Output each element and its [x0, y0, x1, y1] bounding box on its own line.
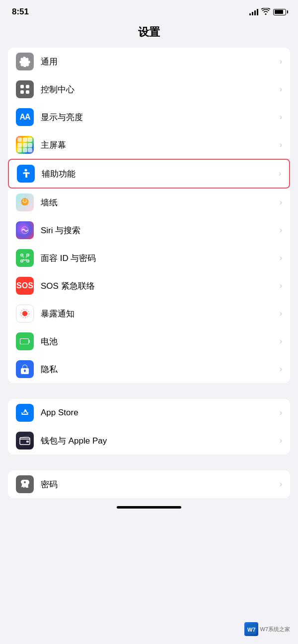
face-id-icon: [16, 249, 34, 267]
watermark-text: W7系统之家: [260, 626, 291, 633]
siri-label: Siri 与搜索: [41, 225, 280, 236]
battery-label: 电池: [41, 336, 280, 347]
settings-row-sos[interactable]: SOS SOS 紧急联络 ›: [8, 272, 290, 300]
chevron-icon: ›: [280, 57, 282, 66]
settings-row-home-screen[interactable]: 主屏幕 ›: [8, 131, 290, 159]
svg-point-14: [22, 311, 27, 316]
display-label: 显示与亮度: [41, 112, 280, 123]
chevron-icon: ›: [279, 169, 281, 178]
settings-group-main: 通用 › 控制中心 › AA 显示与亮度 ›: [8, 48, 290, 383]
accessibility-label: 辅助功能: [42, 168, 279, 180]
svg-rect-20: [20, 339, 28, 344]
status-time: 8:51: [12, 7, 29, 17]
accessibility-icon: [17, 165, 35, 183]
svg-rect-11: [27, 260, 29, 262]
home-screen-icon: [16, 136, 34, 154]
chevron-icon: ›: [280, 113, 282, 122]
chevron-icon: ›: [280, 254, 282, 262]
settings-row-wallpaper[interactable]: 墙纸 ›: [8, 189, 290, 216]
settings-row-privacy[interactable]: 隐私 ›: [8, 355, 290, 383]
chevron-icon: ›: [280, 198, 282, 207]
home-indicator: [117, 506, 181, 509]
svg-rect-1: [26, 85, 29, 88]
sos-icon: SOS: [16, 277, 34, 295]
settings-row-exposure[interactable]: 暴露通知 ›: [8, 300, 290, 327]
face-id-label: 面容 ID 与密码: [41, 253, 280, 264]
exposure-label: 暴露通知: [41, 308, 280, 320]
svg-rect-3: [26, 90, 29, 94]
svg-rect-8: [21, 254, 23, 256]
chevron-icon: ›: [280, 140, 282, 149]
svg-rect-10: [21, 260, 23, 262]
status-icons: [249, 8, 286, 16]
general-label: 通用: [41, 56, 280, 67]
settings-group-passwords: 密码 ›: [8, 470, 290, 498]
svg-rect-25: [26, 441, 29, 443]
sos-text: SOS: [16, 281, 33, 290]
svg-point-4: [25, 169, 27, 172]
settings-group-store: App Store › 钱包与 Apple Pay ›: [8, 399, 290, 454]
app-store-icon: [16, 404, 34, 422]
battery-icon: [273, 9, 286, 15]
siri-icon: [16, 221, 34, 239]
watermark: W7 W7系统之家: [244, 622, 291, 636]
svg-rect-19: [29, 340, 30, 343]
watermark-logo: W7: [244, 622, 258, 636]
chevron-icon: ›: [280, 480, 282, 489]
status-bar: 8:51: [0, 0, 298, 21]
battery-settings-icon: [16, 332, 34, 350]
wallpaper-label: 墙纸: [41, 197, 280, 208]
wallpaper-icon: [16, 193, 34, 211]
chevron-icon: ›: [280, 436, 282, 445]
password-icon: [16, 475, 34, 493]
privacy-label: 隐私: [41, 364, 280, 375]
svg-point-6: [26, 199, 27, 200]
app-store-label: App Store: [41, 408, 280, 418]
settings-row-face-id[interactable]: 面容 ID 与密码 ›: [8, 244, 290, 272]
display-icon: AA: [16, 108, 34, 126]
settings-row-accessibility[interactable]: 辅助功能 ›: [8, 159, 290, 189]
settings-row-general[interactable]: 通用 ›: [8, 48, 290, 75]
home-screen-label: 主屏幕: [41, 139, 280, 151]
settings-row-wallet[interactable]: 钱包与 Apple Pay ›: [8, 427, 290, 454]
chevron-icon: ›: [280, 408, 282, 417]
privacy-icon: [16, 360, 34, 378]
wallet-label: 钱包与 Apple Pay: [41, 435, 280, 447]
chevron-icon: ›: [280, 309, 282, 318]
settings-row-battery[interactable]: 电池 ›: [8, 327, 290, 355]
chevron-icon: ›: [280, 85, 282, 94]
settings-row-siri[interactable]: Siri 与搜索 ›: [8, 216, 290, 244]
svg-text:W7: W7: [247, 627, 256, 633]
password-label: 密码: [41, 479, 280, 490]
wallet-icon: [16, 432, 34, 450]
chevron-icon: ›: [280, 226, 282, 235]
settings-row-passwords[interactable]: 密码 ›: [8, 470, 290, 498]
svg-point-5: [23, 199, 24, 200]
settings-row-display[interactable]: AA 显示与亮度 ›: [8, 103, 290, 131]
chevron-icon: ›: [280, 281, 282, 290]
chevron-icon: ›: [280, 337, 282, 346]
control-center-icon: [16, 80, 34, 98]
page-title: 设置: [138, 26, 160, 38]
chevron-icon: ›: [280, 365, 282, 374]
settings-row-app-store[interactable]: App Store ›: [8, 399, 290, 427]
signal-icon: [249, 8, 258, 15]
page-title-bar: 设置: [0, 21, 298, 48]
svg-rect-0: [20, 85, 24, 88]
sos-label: SOS 紧急联络: [41, 280, 280, 292]
control-center-label: 控制中心: [41, 84, 280, 95]
wifi-icon: [261, 8, 270, 16]
settings-row-control-center[interactable]: 控制中心 ›: [8, 75, 290, 103]
svg-rect-9: [27, 254, 29, 256]
exposure-icon: [16, 305, 34, 322]
svg-rect-2: [20, 90, 24, 94]
gear-icon: [16, 53, 34, 70]
